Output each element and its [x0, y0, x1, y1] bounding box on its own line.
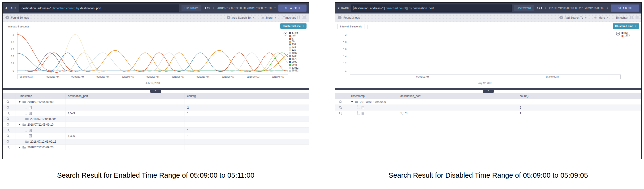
table-row[interactable]: 2018/07/12 05:09:05	[2, 116, 309, 122]
chart-type-dropdown[interactable]: Clustered Line ▼	[613, 24, 639, 29]
back-button[interactable]: ⮜ BACK	[5, 7, 16, 10]
legend-item[interactable]: null	[622, 32, 640, 34]
table-row[interactable]: 2018/07/12 05:09:00	[2, 99, 309, 105]
expand-triangle-icon[interactable]	[351, 101, 353, 103]
legend-item[interactable]: 61012	[289, 67, 308, 69]
table-row[interactable]: 1,5731	[335, 110, 642, 116]
legend-item[interactable]: 445	[289, 49, 308, 52]
legend-swatch	[289, 58, 291, 60]
legend-label: 1097	[292, 52, 297, 54]
legend-item[interactable]: 443	[289, 46, 308, 49]
collapse-results-button[interactable]: ^	[150, 90, 161, 93]
folder-icon	[22, 101, 26, 103]
legend-item[interactable]: 65432	[289, 69, 308, 72]
use-wizard-link[interactable]: Use wizard	[514, 5, 534, 11]
row-search-icon-cell[interactable]	[2, 133, 16, 139]
divider-bar[interactable]	[335, 88, 642, 90]
chart-type-dropdown[interactable]: Clustered Line ▼	[280, 24, 306, 29]
row-search-icon-cell[interactable]	[2, 99, 16, 105]
search-query-input[interactable]: destination_address=* | timechart count(…	[19, 5, 179, 12]
row-search-icon-cell[interactable]	[2, 127, 16, 133]
expand-triangle-icon[interactable]	[19, 147, 20, 148]
header-destination-port[interactable]: destination_port	[66, 93, 185, 99]
table-row[interactable]: 1,5731	[2, 110, 309, 116]
row-search-icon-cell[interactable]	[335, 105, 348, 110]
table-row[interactable]: 2018/07/12 05:09:00	[335, 99, 642, 105]
expand-triangle-icon[interactable]	[19, 101, 20, 103]
search-button[interactable]: SEARCH	[278, 5, 306, 12]
split-layout-icon[interactable]	[297, 16, 300, 19]
check-icon: ✓	[6, 16, 9, 19]
table-row[interactable]: 2	[2, 105, 309, 110]
table-row[interactable]: 2018/07/12 05:09:20	[2, 144, 309, 150]
legend-item[interactable]: 57845	[289, 32, 308, 34]
time-range-dropdown-icon[interactable]: ▼	[606, 7, 608, 9]
more-button[interactable]: ★ More ▼	[594, 16, 609, 19]
search-query-input[interactable]: destination_address=* | timechart count(…	[352, 5, 512, 12]
legend-item[interactable]: 1406	[289, 55, 308, 58]
table-row[interactable]: 1	[2, 127, 309, 133]
destination-port-cell	[66, 144, 185, 150]
row-search-icon-cell[interactable]	[2, 122, 16, 127]
play-legend-icon[interactable]	[616, 32, 620, 37]
x-tick-label: 05:08:59 AM	[19, 75, 32, 78]
header-timestamp[interactable]: Timestamp	[16, 93, 66, 99]
back-button[interactable]: ⮜ BACK	[338, 7, 349, 10]
view-mode-label: Timechart	[283, 16, 296, 19]
timestamp-value: 2018/07/12 05:09:00	[360, 100, 386, 104]
header-count[interactable]: count()	[517, 93, 642, 99]
header-destination-port[interactable]: destination_port	[398, 93, 517, 99]
more-button[interactable]: ★ More ▼	[261, 16, 276, 19]
legend-item[interactable]: 1097	[289, 52, 308, 55]
time-range[interactable]: 2018/07/12 05:09:00 TO 2018/07/12 05:09:…	[549, 7, 604, 10]
row-search-icon-cell[interactable]	[2, 116, 16, 122]
row-search-icon-cell[interactable]	[2, 110, 16, 116]
legend-label: 57845	[292, 32, 298, 34]
row-search-icon-cell[interactable]	[2, 144, 16, 150]
magnifier-icon	[6, 117, 10, 121]
chart-line-series	[146, 53, 192, 71]
magnifier-icon	[6, 129, 10, 132]
full-layout-icon[interactable]	[303, 16, 306, 19]
collapse-results-button[interactable]: ^	[483, 90, 494, 93]
table-row[interactable]: 2	[335, 105, 642, 110]
table-row[interactable]: 2018/07/12 05:09:15	[2, 139, 309, 144]
full-layout-icon[interactable]	[636, 16, 638, 19]
row-search-icon-cell[interactable]	[335, 99, 348, 105]
split-layout-icon[interactable]	[630, 16, 633, 19]
add-search-to-button[interactable]: + Add Search To ▼	[227, 16, 254, 19]
query-segment: |	[383, 7, 386, 10]
magnifier-icon	[6, 106, 10, 109]
header-timestamp[interactable]: Timestamp	[348, 93, 398, 99]
legend-item[interactable]: 1573	[289, 58, 308, 61]
destination-port-cell	[66, 116, 185, 122]
log-message-icon	[29, 112, 32, 115]
add-search-to-button[interactable]: + Add Search To ▼	[560, 16, 587, 19]
search-button[interactable]: SEARCH	[611, 5, 639, 12]
row-search-icon-cell[interactable]	[2, 105, 16, 110]
legend-item[interactable]: 67	[289, 37, 308, 40]
chart-line-series	[47, 35, 103, 72]
expand-triangle-icon[interactable]	[19, 124, 20, 125]
header-count[interactable]: count()	[185, 93, 309, 99]
query-segment: destination_address=*	[354, 7, 383, 10]
pagination-dropdown-icon[interactable]: ▼	[544, 7, 547, 9]
time-range[interactable]: 2018/07/12 05:09:00 TO 2018/07/12 05:11:…	[217, 7, 272, 10]
row-search-icon-cell[interactable]	[2, 139, 16, 144]
pagination-dropdown-icon[interactable]: ▼	[212, 7, 214, 9]
row-search-icon-cell[interactable]	[335, 110, 348, 116]
legend-item[interactable]: 1573	[622, 34, 640, 37]
time-range-dropdown-icon[interactable]: ▼	[274, 7, 276, 9]
play-legend-icon[interactable]	[283, 32, 288, 37]
log-message-icon	[29, 129, 32, 132]
use-wizard-link[interactable]: Use wizard	[182, 5, 201, 11]
legend-item[interactable]: 2861	[289, 63, 308, 66]
table-row[interactable]: 1,4061	[2, 133, 309, 139]
legend-item[interactable]: 2090	[289, 61, 308, 63]
legend-item[interactable]: 80	[289, 40, 308, 43]
legend-item[interactable]: 138	[289, 43, 308, 46]
x-axis: 05:08:59 AM05:09:10 AM05:09:20 AM05:09:3…	[17, 75, 288, 79]
legend-item[interactable]: null	[289, 34, 308, 37]
divider-bar[interactable]	[2, 88, 309, 90]
table-row[interactable]: 2018/07/12 05:09:10	[2, 122, 309, 127]
